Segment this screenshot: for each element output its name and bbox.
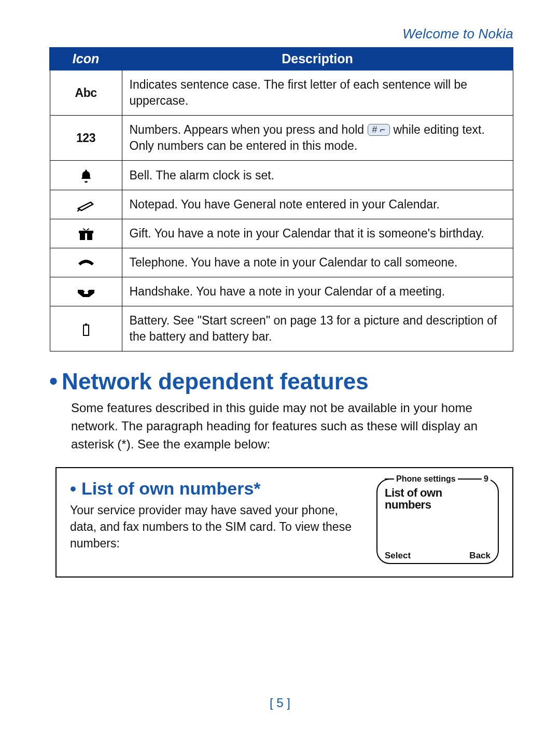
cell-description: Numbers. Appears when you press and hold… bbox=[122, 116, 513, 161]
example-heading: •List of own numbers* bbox=[70, 478, 364, 499]
phone-menu-item: List of own numbers bbox=[385, 487, 491, 511]
table-row: Notepad. You have General note entered i… bbox=[50, 190, 513, 219]
telephone-icon bbox=[50, 248, 122, 277]
example-title-text: List of own numbers* bbox=[81, 478, 261, 498]
text-fragment: Numbers. Appears when you press and hold bbox=[130, 123, 368, 136]
bullet-icon: • bbox=[70, 478, 76, 498]
battery-icon bbox=[50, 306, 122, 351]
hash-key-icon: # ⌐ bbox=[368, 124, 390, 136]
phone-softkey-left: Select bbox=[385, 551, 411, 561]
icon-description-table: Icon Description Abc Indicates sentence … bbox=[49, 47, 513, 351]
table-row: Telephone. You have a note in your Calen… bbox=[50, 248, 513, 277]
table-row: Abc Indicates sentence case. The first l… bbox=[50, 70, 513, 116]
handshake-icon bbox=[50, 277, 122, 306]
example-body: Your service provider may have saved you… bbox=[70, 502, 364, 552]
svg-rect-3 bbox=[84, 292, 88, 294]
col-header-icon: Icon bbox=[50, 48, 122, 70]
123-icon: 123 bbox=[76, 131, 95, 145]
svg-rect-1 bbox=[85, 233, 87, 240]
cell-description: Indicates sentence case. The first lette… bbox=[122, 70, 513, 116]
phone-menu-index: 9 bbox=[482, 474, 491, 484]
cell-description: Bell. The alarm clock is set. bbox=[122, 161, 513, 190]
page-header: Welcome to Nokia bbox=[49, 26, 513, 42]
table-row: 123 Numbers. Appears when you press and … bbox=[50, 116, 513, 161]
table-row: Handshake. You have a note in your Calen… bbox=[50, 277, 513, 306]
bell-icon bbox=[50, 161, 122, 190]
cell-description: Battery. See "Start screen" on page 13 f… bbox=[122, 306, 513, 351]
phone-screen-mockup: Phone settings 9 List of own numbers Sel… bbox=[376, 478, 499, 564]
section-body: Some features described in this guide ma… bbox=[71, 399, 513, 453]
gift-icon bbox=[50, 219, 122, 248]
notepad-icon bbox=[50, 190, 122, 219]
table-row: Gift. You have a note in your Calendar t… bbox=[50, 219, 513, 248]
section-heading-network: •Network dependent features bbox=[49, 367, 513, 395]
cell-description: Notepad. You have General note entered i… bbox=[122, 190, 513, 219]
page-number: [ 5 ] bbox=[0, 696, 560, 710]
bullet-icon: • bbox=[49, 368, 58, 395]
table-row: Battery. See "Start screen" on page 13 f… bbox=[50, 306, 513, 351]
abc-icon: Abc bbox=[75, 86, 97, 100]
example-box: •List of own numbers* Your service provi… bbox=[55, 467, 513, 578]
phone-menu-title: Phone settings bbox=[394, 474, 458, 484]
svg-rect-4 bbox=[83, 325, 89, 335]
svg-rect-5 bbox=[85, 323, 87, 325]
cell-description: Telephone. You have a note in your Calen… bbox=[122, 248, 513, 277]
svg-rect-2 bbox=[79, 231, 93, 233]
cell-description: Gift. You have a note in your Calendar t… bbox=[122, 219, 513, 248]
phone-softkey-right: Back bbox=[469, 551, 491, 561]
col-header-description: Description bbox=[122, 48, 513, 70]
table-row: Bell. The alarm clock is set. bbox=[50, 161, 513, 190]
cell-description: Handshake. You have a note in your Calen… bbox=[122, 277, 513, 306]
section-title-text: Network dependent features bbox=[62, 369, 369, 394]
